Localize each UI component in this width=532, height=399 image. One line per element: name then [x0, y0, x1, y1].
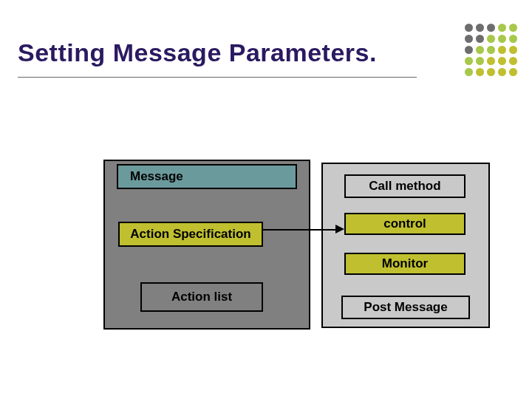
decor-dot [487, 46, 495, 54]
dot-grid-decor [463, 22, 519, 78]
decor-dot [509, 35, 517, 43]
decor-dot [498, 35, 506, 43]
decor-dot [498, 24, 506, 32]
slide-title: Setting Message Parameters. [18, 38, 377, 67]
title-underline [18, 77, 417, 78]
decor-dot [509, 57, 517, 65]
decor-dot [487, 35, 495, 43]
message-box: Message [117, 164, 297, 189]
action-specification-box: Action Specification [118, 222, 263, 247]
action-list-box: Action list [140, 282, 263, 312]
decor-dot [498, 57, 506, 65]
decor-dot [498, 68, 506, 76]
decor-dot [498, 46, 506, 54]
decor-dot [476, 57, 484, 65]
decor-dot [476, 35, 484, 43]
call-method-box: Call method [344, 174, 466, 198]
decor-dot [465, 57, 473, 65]
arrow-line [263, 229, 337, 231]
decor-dot [476, 46, 484, 54]
monitor-box: Monitor [344, 253, 466, 275]
decor-dot [465, 68, 473, 76]
decor-dot [476, 24, 484, 32]
decor-dot [487, 57, 495, 65]
decor-dot [487, 68, 495, 76]
decor-dot [487, 24, 495, 32]
decor-dot [509, 24, 517, 32]
decor-dot [476, 68, 484, 76]
post-message-box: Post Message [341, 296, 470, 319]
decor-dot [465, 24, 473, 32]
decor-dot [509, 46, 517, 54]
decor-dot [509, 68, 517, 76]
decor-dot [465, 46, 473, 54]
arrow-head-icon [335, 225, 344, 233]
control-box: control [344, 213, 466, 235]
decor-dot [465, 35, 473, 43]
